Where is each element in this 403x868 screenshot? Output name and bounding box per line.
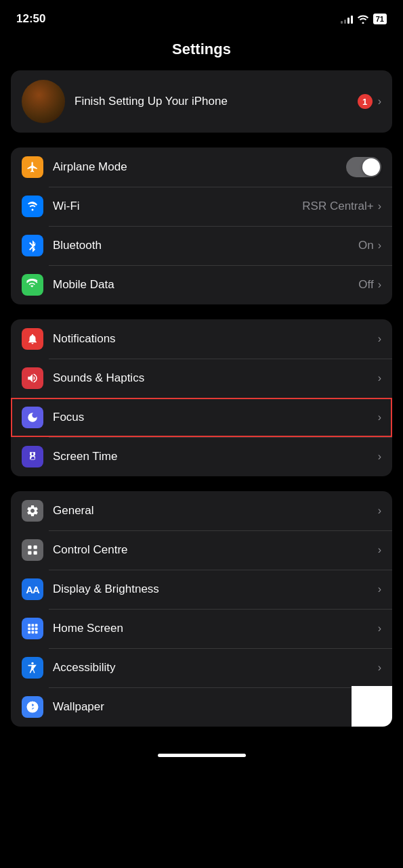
svg-rect-9 [35, 628, 38, 631]
status-time: 12:50 [16, 12, 45, 26]
bluetooth-value: On [358, 239, 374, 252]
notifications-icon [22, 328, 43, 350]
sounds-haptics-chevron: › [378, 372, 381, 384]
airplane-label: Airplane Mode [53, 160, 346, 174]
svg-rect-10 [28, 631, 30, 634]
svg-rect-2 [28, 551, 31, 555]
general-row[interactable]: General › [11, 491, 392, 530]
setup-group: Finish Setting Up Your iPhone 1 › [11, 70, 392, 133]
focus-label: Focus [53, 411, 378, 424]
status-bar: 12:50 71 [0, 0, 403, 34]
wifi-chevron: › [378, 200, 381, 212]
focus-row[interactable]: Focus › [11, 398, 392, 437]
general-chevron: › [378, 505, 381, 517]
accessibility-icon [22, 657, 43, 679]
mobile-data-label: Mobile Data [53, 278, 358, 292]
page-title: Settings [172, 41, 231, 58]
screenshot-artifact [352, 686, 392, 727]
display-brightness-chevron: › [378, 583, 381, 595]
mobile-data-value: Off [358, 278, 373, 292]
svg-rect-12 [35, 631, 38, 634]
svg-rect-0 [28, 545, 31, 549]
svg-rect-11 [32, 631, 35, 634]
setup-chevron: › [378, 95, 381, 108]
wallpaper-icon [22, 696, 43, 718]
wifi-value: RSR Central+ [302, 200, 373, 213]
setup-row[interactable]: Finish Setting Up Your iPhone 1 › [11, 70, 392, 133]
general-icon [22, 500, 43, 522]
mobile-data-icon [22, 274, 43, 296]
sounds-icon [22, 367, 43, 389]
screen-time-label: Screen Time [53, 450, 378, 463]
wallpaper-label: Wallpaper [53, 700, 378, 714]
profile-picture [22, 80, 65, 123]
control-centre-icon [22, 539, 43, 561]
wifi-icon [22, 196, 43, 217]
bluetooth-chevron: › [378, 239, 381, 252]
control-centre-chevron: › [378, 544, 381, 556]
svg-point-13 [31, 662, 33, 664]
screen-time-icon [22, 446, 43, 467]
wifi-row[interactable]: Wi-Fi RSR Central+ › [11, 187, 392, 226]
home-screen-row[interactable]: Home Screen › [11, 609, 392, 648]
svg-rect-7 [28, 628, 30, 631]
display-brightness-icon: AA [22, 578, 43, 600]
bluetooth-icon [22, 235, 43, 256]
setup-badge: 1 [358, 94, 373, 109]
home-screen-icon [22, 618, 43, 639]
svg-rect-6 [35, 624, 38, 626]
svg-rect-1 [34, 545, 37, 549]
mobile-data-row[interactable]: Mobile Data Off › [11, 265, 392, 304]
accessibility-chevron: › [378, 662, 381, 674]
svg-rect-5 [32, 624, 35, 626]
toggle-knob [362, 158, 380, 176]
bluetooth-row[interactable]: Bluetooth On › [11, 226, 392, 265]
home-screen-chevron: › [378, 622, 381, 635]
wifi-status-icon [357, 14, 369, 24]
battery-icon: 71 [373, 14, 387, 24]
battery-level: 71 [376, 15, 384, 23]
general-label: General [53, 504, 378, 518]
sounds-haptics-row[interactable]: Sounds & Haptics › [11, 359, 392, 398]
status-icons: 71 [341, 14, 387, 24]
notifications-label: Notifications [53, 332, 378, 346]
screen-time-chevron: › [378, 451, 381, 463]
display-brightness-label: Display & Brightness [53, 583, 378, 596]
svg-rect-3 [34, 551, 37, 555]
home-indicator [158, 754, 246, 757]
control-centre-row[interactable]: Control Centre › [11, 530, 392, 570]
control-centre-label: Control Centre [53, 543, 378, 557]
wallpaper-row[interactable]: Wallpaper › [11, 687, 392, 727]
wifi-label: Wi-Fi [53, 200, 302, 213]
svg-rect-8 [32, 628, 35, 631]
display-brightness-row[interactable]: AA Display & Brightness › [11, 570, 392, 609]
airplane-mode-row[interactable]: Airplane Mode [11, 147, 392, 187]
setup-label: Finish Setting Up Your iPhone [75, 95, 358, 108]
connectivity-group: Airplane Mode Wi-Fi RSR Central+ › Bluet… [11, 147, 392, 304]
airplane-icon [22, 156, 43, 178]
accessibility-label: Accessibility [53, 661, 378, 675]
sounds-haptics-label: Sounds & Haptics [53, 371, 378, 385]
screen-time-row[interactable]: Screen Time › [11, 437, 392, 476]
notifications-group: Notifications › Sounds & Haptics › Focus… [11, 319, 392, 476]
general-group: General › Control Centre › AA Display & … [11, 491, 392, 727]
svg-rect-4 [28, 624, 30, 626]
notifications-row[interactable]: Notifications › [11, 319, 392, 359]
airplane-toggle[interactable] [346, 157, 381, 177]
bluetooth-label: Bluetooth [53, 239, 358, 252]
home-indicator-area [0, 741, 403, 768]
focus-chevron: › [378, 411, 381, 424]
mobile-data-chevron: › [378, 279, 381, 291]
accessibility-row[interactable]: Accessibility › [11, 648, 392, 687]
home-screen-label: Home Screen [53, 622, 378, 635]
focus-icon [22, 407, 43, 428]
notifications-chevron: › [378, 333, 381, 345]
signal-icon [341, 14, 353, 24]
nav-header: Settings [0, 34, 403, 70]
